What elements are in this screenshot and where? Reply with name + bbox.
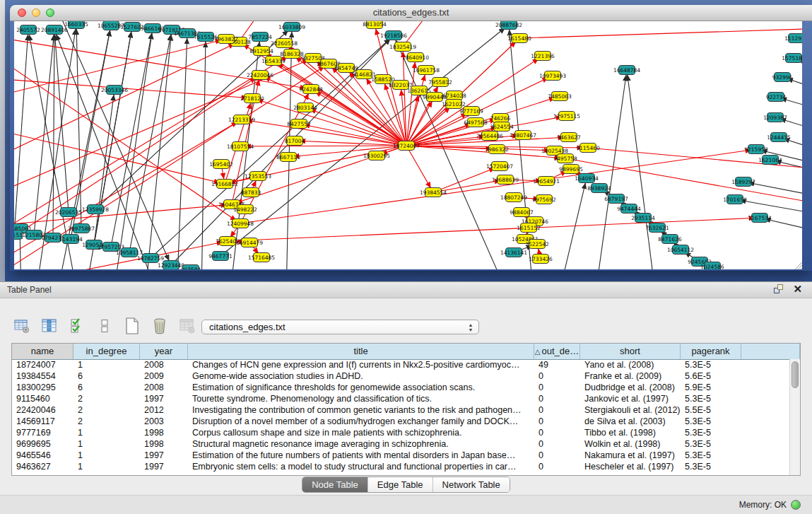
column-header-year[interactable]: year xyxy=(140,344,188,359)
network-edge[interactable] xyxy=(240,146,406,146)
network-node[interactable]: 7955812 xyxy=(428,78,452,87)
network-node[interactable]: 9242848 xyxy=(299,85,323,94)
network-edge[interactable] xyxy=(595,70,627,269)
network-node[interactable]: 18807249 xyxy=(500,193,527,202)
network-node[interactable]: 1733426 xyxy=(529,255,553,264)
network-node[interactable]: 8813054 xyxy=(363,21,387,29)
network-edge[interactable] xyxy=(519,28,802,38)
network-node[interactable]: 15720407 xyxy=(486,162,513,171)
column-header-title[interactable]: title xyxy=(188,344,534,359)
network-node[interactable]: 7986322 xyxy=(485,145,509,154)
network-edge[interactable] xyxy=(14,78,252,98)
network-edge[interactable] xyxy=(627,70,656,269)
network-node[interactable]: 746266 xyxy=(490,114,511,123)
close-panel-icon[interactable]: ✕ xyxy=(793,284,802,295)
table-row[interactable]: 1456911722003Disruption of a novel membe… xyxy=(12,416,789,427)
network-node[interactable]: 1575187 xyxy=(782,54,802,63)
network-node[interactable]: 20887682 xyxy=(495,21,522,30)
table-vertical-scrollbar[interactable] xyxy=(789,359,800,475)
table-row[interactable]: 911546021997Tourette syndrome. Phenomeno… xyxy=(12,393,789,404)
network-node[interactable]: 1621064 xyxy=(758,156,782,165)
network-node[interactable]: 9899695 xyxy=(559,165,583,174)
network-node[interactable]: 19166852 xyxy=(211,180,238,189)
network-node[interactable]: 8667110 xyxy=(276,153,300,162)
column-header-pagerank[interactable]: pagerank xyxy=(681,344,741,359)
network-edge[interactable] xyxy=(94,90,114,245)
network-node[interactable]: 2405572 xyxy=(16,25,40,35)
network-node[interactable]: 9975692 xyxy=(532,195,556,204)
network-node[interactable]: 16033809 xyxy=(278,23,305,32)
float-panel-icon[interactable] xyxy=(774,284,784,295)
network-edge[interactable] xyxy=(433,166,500,192)
network-node[interactable]: 2718120 xyxy=(240,94,264,103)
network-node[interactable]: 9463627 xyxy=(557,133,581,142)
network-node[interactable]: 8427552 xyxy=(287,119,311,129)
network-node[interactable]: 12975115 xyxy=(553,112,580,121)
network-node[interactable]: 22420046 xyxy=(247,71,273,80)
network-node[interactable]: 887833 xyxy=(241,188,261,197)
delete-table-icon[interactable] xyxy=(149,315,170,337)
network-node[interactable]: 15716485 xyxy=(248,253,275,262)
network-edge[interactable] xyxy=(565,158,802,205)
network-node[interactable]: 9467771 xyxy=(208,252,233,261)
network-node[interactable]: 8471626 xyxy=(658,235,682,244)
network-node[interactable]: 12409948 xyxy=(227,219,254,228)
network-node[interactable]: 9777169 xyxy=(459,107,483,116)
network-node[interactable]: 18107554 xyxy=(227,142,254,151)
network-node[interactable]: 1221396 xyxy=(531,52,555,61)
network-node[interactable]: 1112954 xyxy=(784,34,802,43)
network-node[interactable]: 1209387 xyxy=(763,113,787,122)
network-node[interactable]: 7632621 xyxy=(645,223,669,233)
network-node[interactable]: 9474444 xyxy=(617,204,641,214)
network-edge[interactable] xyxy=(240,149,756,223)
network-canvas[interactable]: 2405572208914061660335106552871527602946… xyxy=(14,21,802,269)
network-node[interactable]: 10973493 xyxy=(539,71,566,81)
network-node[interactable]: 12359928 xyxy=(82,205,109,214)
network-node[interactable]: 10688639 xyxy=(492,175,519,185)
new-table-icon[interactable] xyxy=(122,315,143,337)
network-node[interactable]: 1498222 xyxy=(233,205,257,214)
network-node[interactable]: 8912954 xyxy=(249,47,273,56)
network-edge[interactable] xyxy=(558,178,587,269)
network-node[interactable]: 20053346 xyxy=(101,86,128,95)
network-node[interactable]: 932996 xyxy=(772,73,793,82)
network-edge[interactable] xyxy=(53,30,54,238)
table-row[interactable]: 1872400712008Changes of HCN gene express… xyxy=(12,359,789,370)
tab-node-table[interactable]: Node Table xyxy=(302,477,367,492)
table-row[interactable]: 946554611997Estimation of the future num… xyxy=(12,450,789,461)
network-node[interactable]: 18325419 xyxy=(389,42,416,52)
network-node[interactable]: 19654921 xyxy=(533,177,560,186)
network-node[interactable]: 1143194 xyxy=(59,235,83,244)
network-node[interactable]: 20206535 xyxy=(55,208,82,217)
table-row[interactable]: 1938455462009Genome-wide association stu… xyxy=(12,370,789,382)
network-node[interactable]: 6497568 xyxy=(464,118,488,127)
network-node[interactable]: 1660335 xyxy=(64,21,88,29)
network-node[interactable]: 2935114 xyxy=(631,214,655,223)
network-node[interactable]: 817004 xyxy=(285,136,305,146)
network-edge[interactable] xyxy=(406,146,433,192)
network-node[interactable]: 7857224 xyxy=(248,33,272,42)
tab-network-table[interactable]: Network Table xyxy=(433,477,510,492)
network-edge[interactable] xyxy=(14,30,28,235)
network-edge[interactable] xyxy=(286,27,292,269)
table-row[interactable]: 977716911998Corpus callosum shape and si… xyxy=(12,427,789,438)
network-edge[interactable] xyxy=(252,98,406,146)
table-row[interactable]: 969969511998Structural magnetic resonanc… xyxy=(12,438,789,450)
network-node[interactable]: 1701650 xyxy=(723,195,747,204)
network-node[interactable]: 1695402 xyxy=(209,160,233,169)
network-node[interactable]: 3624554 xyxy=(490,122,514,132)
network-node[interactable]: 12213319 xyxy=(228,115,255,124)
network-node[interactable]: 16914479 xyxy=(236,238,263,247)
window-titlebar[interactable]: citations_edges.txt xyxy=(10,5,812,21)
network-node[interactable]: 997584 xyxy=(181,265,201,270)
close-window-button[interactable] xyxy=(18,8,26,17)
network-node[interactable]: 9884067 xyxy=(510,208,534,217)
network-node[interactable]: 7485063 xyxy=(548,92,572,101)
import-table-icon[interactable] xyxy=(177,315,198,337)
table-row[interactable]: 1830029562008Estimation of significance … xyxy=(12,382,789,393)
network-node[interactable]: 19384554 xyxy=(420,188,447,197)
column-header-name[interactable]: name xyxy=(12,344,73,359)
network-edge[interactable] xyxy=(273,61,406,146)
network-node[interactable]: 1244415 xyxy=(767,133,791,142)
network-node[interactable]: 9115460 xyxy=(576,144,600,153)
